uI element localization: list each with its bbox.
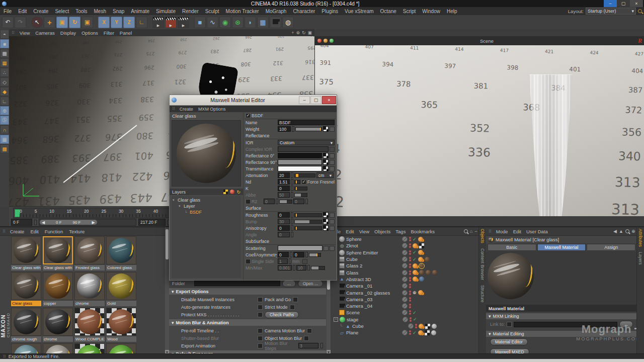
- viewport-menu-display[interactable]: Display: [60, 30, 76, 36]
- object-row[interactable]: ▱Plane✓: [331, 329, 479, 336]
- tweak-mode-icon[interactable]: ⊕: [0, 106, 9, 115]
- material-item[interactable]: Clear glass with: [43, 236, 73, 270]
- layer-toggle-icon[interactable]: [402, 303, 408, 309]
- material-item[interactable]: [74, 343, 105, 354]
- object-row[interactable]: ◎Zknot: [331, 242, 479, 249]
- material-thumbnail[interactable]: [43, 236, 73, 264]
- tab-basic[interactable]: Basic: [488, 244, 536, 251]
- tree-item-bsdf[interactable]: └ BSDF: [173, 209, 240, 215]
- menu-tools[interactable]: Tools: [75, 9, 87, 14]
- material-item[interactable]: chrome rough: [11, 308, 41, 342]
- mat-sel-tag-icon[interactable]: [419, 263, 424, 268]
- material-thumbnail[interactable]: [11, 343, 41, 354]
- mat-tag-icon[interactable]: [432, 270, 437, 275]
- object-row[interactable]: Glass 2: [331, 262, 479, 269]
- r2-input-1[interactable]: 0: [264, 199, 275, 204]
- scattering-color[interactable]: [278, 245, 323, 251]
- object-row[interactable]: Camera _03: [331, 296, 479, 303]
- fire-render-view[interactable]: 4044074114144174214244273913943973984014…: [315, 45, 644, 216]
- motion-blur-steps-input[interactable]: 3: [298, 343, 318, 348]
- ior-dropdown[interactable]: Custom ▾: [278, 140, 335, 145]
- visibility-dots-icon[interactable]: [415, 324, 417, 328]
- visibility-dots-icon[interactable]: [409, 291, 411, 295]
- layer-toggle-icon[interactable]: [408, 323, 414, 329]
- material-item[interactable]: [11, 343, 41, 354]
- toggle-view-icon[interactable]: ▣: [307, 30, 312, 35]
- reflectance90-color[interactable]: [278, 159, 322, 165]
- export-options-header[interactable]: ▾ Export Options: [169, 288, 326, 295]
- coordinate-system-icon[interactable]: ∟: [136, 17, 147, 28]
- minimize-button[interactable]: –: [604, 0, 617, 7]
- single-side-button[interactable]: [302, 259, 307, 264]
- scattering-texture-icon[interactable]: [324, 246, 329, 251]
- object-name[interactable]: Camera _03: [346, 297, 400, 302]
- make-editable-icon[interactable]: ◓: [0, 30, 9, 39]
- live-selection-icon[interactable]: ↖: [31, 17, 43, 28]
- reflectance90-texture-button[interactable]: [330, 160, 335, 165]
- refresh-icon[interactable]: ↻: [236, 190, 240, 194]
- transmittance-texture-icon[interactable]: [323, 166, 329, 171]
- enabled-check-icon[interactable]: ✓: [413, 257, 417, 262]
- link-to-input[interactable]: [514, 322, 617, 327]
- viewport-menu-panel[interactable]: Panel: [120, 30, 132, 36]
- mat-tag-icon[interactable]: [419, 270, 424, 275]
- object-name[interactable]: stage: [347, 317, 401, 322]
- material-thumbnail[interactable]: [11, 308, 41, 336]
- material-thumbnail[interactable]: [106, 343, 136, 354]
- r2-input-2[interactable]: 0: [293, 199, 304, 204]
- material-thumbnail[interactable]: [11, 236, 41, 264]
- layer-toggle-icon[interactable]: [402, 283, 408, 289]
- check-paths-button[interactable]: Check Paths: [265, 311, 299, 318]
- k-slider[interactable]: [294, 187, 307, 191]
- orange-tag-icon[interactable]: [413, 277, 418, 282]
- enabled-check-icon[interactable]: ✓: [413, 250, 417, 255]
- transmittance-color[interactable]: [278, 166, 322, 171]
- layer-toggle-icon[interactable]: [402, 243, 408, 248]
- menu-animate[interactable]: Animate: [131, 9, 149, 14]
- material-thumbnail[interactable]: [74, 272, 105, 300]
- add-spline-icon[interactable]: ∿: [207, 17, 218, 28]
- bump-texture-icon[interactable]: [323, 219, 329, 224]
- min-spinner[interactable]: [293, 265, 295, 270]
- preroll-checkbox[interactable]: [258, 328, 263, 333]
- menu-script[interactable]: Script: [403, 9, 416, 14]
- object-name[interactable]: Cube: [352, 323, 407, 329]
- layer-toggle-icon[interactable]: [402, 310, 408, 315]
- menu-octane[interactable]: Octane: [380, 9, 396, 14]
- max-spinner[interactable]: [307, 265, 310, 270]
- history-up-icon[interactable]: ▲: [619, 229, 623, 234]
- object-name[interactable]: Abstract 3D: [346, 277, 400, 282]
- model-mode-icon[interactable]: ■: [0, 39, 9, 48]
- roughness-input[interactable]: 0: [278, 212, 290, 218]
- object-name[interactable]: Glass: [346, 270, 400, 276]
- roughness-texture-icon[interactable]: [323, 212, 329, 218]
- material-item[interactable]: Gold: [106, 272, 136, 306]
- material-thumbnail[interactable]: [43, 308, 73, 336]
- material-item[interactable]: Wood COMPLEX: [74, 308, 105, 342]
- menu-edit[interactable]: Edit: [18, 9, 27, 14]
- dialog-minimize-button[interactable]: –: [299, 96, 310, 104]
- single-side-spinner[interactable]: [289, 258, 291, 264]
- r2-spinner-2[interactable]: [305, 199, 308, 204]
- polygons-mode-icon[interactable]: ◆: [0, 87, 9, 96]
- last-used-tool-icon[interactable]: ▣: [82, 17, 93, 28]
- material-menu-edit[interactable]: Edit: [30, 229, 38, 234]
- menu-mesh[interactable]: Mesh: [94, 9, 106, 14]
- menu-vue-xstream[interactable]: Vue xStream: [345, 9, 373, 14]
- visibility-dots-icon[interactable]: [409, 310, 411, 315]
- orange-tag-icon[interactable]: [418, 237, 423, 242]
- object-row[interactable]: Glass: [331, 269, 479, 276]
- orange-tag-icon[interactable]: [413, 263, 418, 268]
- side-tab-content-browser[interactable]: Content Browser: [480, 248, 485, 280]
- r2-checkbox[interactable]: [246, 199, 251, 204]
- layout-select[interactable]: Startup (User) ▾: [586, 8, 636, 15]
- visibility-dots-icon[interactable]: [409, 277, 411, 282]
- roughness-texture-button[interactable]: [330, 213, 335, 218]
- orange-tag-icon[interactable]: [418, 257, 423, 262]
- layer-toggle-icon[interactable]: [402, 270, 408, 276]
- enabled-check-icon[interactable]: ✓: [413, 310, 417, 315]
- target-tag-icon[interactable]: ⊕: [413, 290, 417, 295]
- visibility-dots-icon[interactable]: [409, 284, 411, 288]
- timeline-range-track[interactable]: ◀ 0 F 90 F ▶: [39, 219, 136, 226]
- material-item[interactable]: copper: [43, 272, 73, 306]
